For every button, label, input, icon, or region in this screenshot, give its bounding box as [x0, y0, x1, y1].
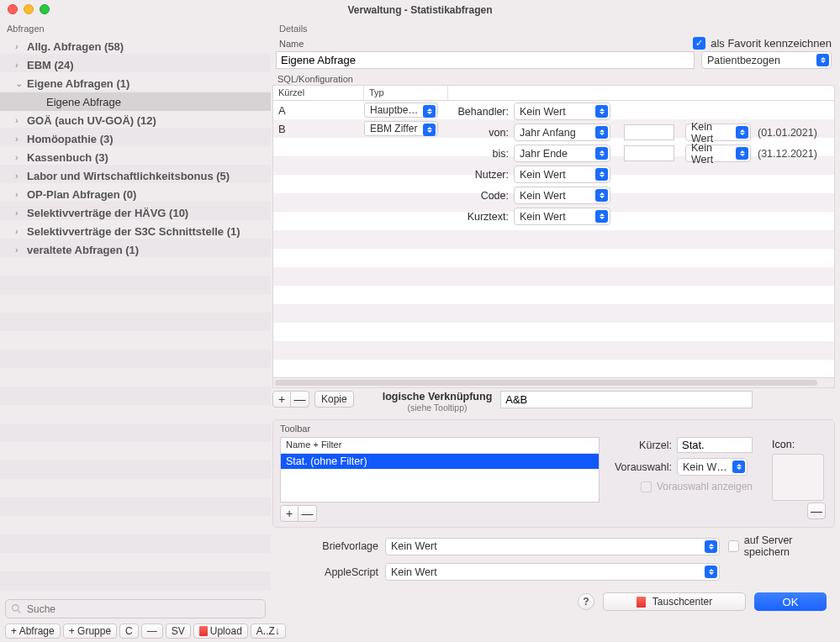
add-row-button[interactable]: + — [272, 391, 291, 408]
input-kuerzel[interactable] — [677, 437, 753, 453]
select-nutzer[interactable]: Kein Wert — [514, 166, 610, 183]
favorite-checkbox[interactable]: ✓ als Favorit kennzeichnen — [693, 37, 832, 50]
label-bis: bis: — [446, 148, 509, 160]
stepper-icon — [732, 460, 745, 473]
toolbar-remove-button[interactable]: — — [298, 505, 317, 522]
upload-button[interactable]: Upload — [193, 624, 248, 639]
cell-kuerzel: B — [273, 123, 364, 135]
chevron-right-icon: › — [15, 208, 27, 218]
input-bis-extra[interactable] — [624, 145, 674, 161]
tree-item-label: Allg. Abfragen (58) — [27, 40, 124, 53]
icon-well: Icon: — — [772, 439, 826, 501]
chevron-right-icon: › — [15, 152, 27, 162]
sv-button[interactable]: SV — [166, 624, 191, 639]
toolbar-add-button[interactable]: + — [280, 505, 298, 522]
toolbar-groupbox: Toolbar Name + Filter Stat. (ohne Filter… — [272, 419, 835, 528]
tree-item-labor[interactable]: ›Labor und Wirtschaftlichkeitsbonus (5) — [0, 166, 271, 185]
select-applescript[interactable]: Kein Wert — [385, 563, 720, 581]
search-field[interactable] — [5, 599, 266, 618]
stepper-icon — [705, 566, 717, 578]
favorite-label: als Favorit kennzeichnen — [711, 37, 832, 50]
tauschcenter-button[interactable]: Tauschcenter — [603, 592, 746, 611]
tree-item-allg[interactable]: ›Allg. Abfragen (58) — [0, 37, 271, 55]
stepper-icon — [595, 126, 608, 139]
col-kuerzel[interactable]: Kürzel — [273, 86, 364, 100]
label-kurztext: Kurztext: — [446, 211, 509, 223]
chevron-right-icon: › — [15, 115, 27, 125]
select-bis[interactable]: Jahr Ende — [514, 145, 610, 162]
tree-item-ebm[interactable]: ›EBM (24) — [0, 55, 271, 74]
col-typ[interactable]: Typ — [364, 86, 448, 100]
select-bis-right[interactable]: Kein Wert — [685, 145, 751, 162]
select-behandler[interactable]: Kein Wert — [514, 103, 610, 120]
scope-select[interactable]: Patientbezogen — [701, 51, 832, 69]
sql-table-body: A Hauptbe… B EBM Ziffer Behandler: Kein … — [272, 101, 835, 378]
select-von-right[interactable]: Kein Wert — [685, 124, 751, 141]
ok-button[interactable]: OK — [754, 592, 827, 611]
chevron-right-icon: › — [15, 134, 27, 144]
vorauswahl-show-checkbox[interactable]: Vorauswahl anzeigen — [608, 481, 753, 492]
close-icon[interactable] — [8, 4, 18, 14]
tree-item-goae[interactable]: ›GOÄ (auch UV-GOÄ) (12) — [0, 111, 271, 129]
tree-item-homoeopathie[interactable]: ›Homöopathie (3) — [0, 129, 271, 148]
tree-item-kassenbuch[interactable]: ›Kassenbuch (3) — [0, 148, 271, 166]
tree-item-opplan[interactable]: ›OP-Plan Abfragen (0) — [0, 185, 271, 203]
footer: ? Tauschcenter OK — [272, 581, 835, 616]
icon-drop-target[interactable] — [772, 454, 824, 501]
tree-item-label: Homöopathie (3) — [27, 133, 114, 145]
maximize-icon[interactable] — [40, 4, 50, 14]
checkbox-icon — [728, 540, 739, 552]
search-input[interactable] — [27, 603, 260, 615]
help-button[interactable]: ? — [578, 593, 594, 610]
select-vorauswahl[interactable]: Kein W… — [677, 458, 748, 476]
remove-button[interactable]: — — [141, 624, 163, 639]
select-code[interactable]: Kein Wert — [514, 187, 610, 204]
horizontal-scrollbar[interactable] — [272, 378, 835, 388]
tree-leaf-eigene-abfrage[interactable]: Eigene Abfrage — [0, 92, 271, 111]
typ-select[interactable]: EBM Ziffer — [364, 121, 438, 136]
add-group-button[interactable]: + Gruppe — [63, 624, 117, 639]
stepper-icon — [595, 189, 608, 202]
name-label: Name — [276, 39, 688, 49]
icon-label: Icon: — [772, 439, 826, 450]
toolbar-list[interactable]: Name + Filter Stat. (ohne Filter) — [280, 437, 600, 503]
minimize-icon[interactable] — [24, 4, 34, 14]
query-tree[interactable]: ›Allg. Abfragen (58) ›EBM (24) ⌄Eigene A… — [0, 35, 271, 596]
stepper-icon — [736, 147, 748, 160]
upload-icon — [199, 626, 208, 636]
toolbar-list-item[interactable]: Stat. (ohne Filter) — [281, 454, 599, 469]
chevron-right-icon: › — [15, 171, 27, 181]
titlebar: Verwaltung - Statistikabfragen — [0, 0, 840, 20]
tree-item-s3c[interactable]: ›Selektivverträge der S3C Schnittstelle … — [0, 222, 271, 240]
c-button[interactable]: C — [119, 624, 139, 639]
scope-value: Patientbezogen — [707, 55, 780, 66]
copy-button[interactable]: Kopie — [314, 391, 354, 408]
upload-label: Upload — [210, 625, 242, 637]
tree-item-veraltet[interactable]: ›veraltete Abfragen (1) — [0, 240, 271, 259]
tree-item-label: Kassenbuch (3) — [27, 151, 108, 164]
select-von[interactable]: Jahr Anfang — [514, 124, 610, 141]
logic-link-input[interactable] — [500, 391, 753, 408]
logic-link-label: logische Verknüpfung — [383, 391, 493, 403]
chevron-right-icon: › — [15, 245, 27, 255]
tree-item-eigene[interactable]: ⌄Eigene Abfragen (1) — [0, 74, 271, 92]
server-save-checkbox[interactable]: auf Server speichern — [728, 534, 832, 558]
label-behandler: Behandler: — [446, 106, 509, 118]
name-input[interactable] — [276, 51, 695, 69]
stepper-icon — [705, 540, 717, 553]
icon-remove-button[interactable]: — — [807, 503, 826, 519]
typ-select[interactable]: Hauptbe… — [364, 103, 438, 118]
add-query-button[interactable]: + Abfrage — [5, 624, 61, 639]
toolbar-title: Toolbar — [280, 424, 827, 437]
chevron-right-icon: › — [15, 60, 27, 70]
input-von-extra[interactable] — [624, 124, 674, 140]
tauschcenter-icon — [637, 597, 646, 608]
remove-row-button[interactable]: — — [291, 391, 309, 408]
tree-item-haevg[interactable]: ›Selektivverträge der HÄVG (10) — [0, 203, 271, 222]
von-date: (01.01.2021) — [758, 127, 817, 139]
toolbar-list-header: Name + Filter — [281, 438, 599, 454]
select-briefvorlage[interactable]: Kein Wert — [385, 538, 720, 555]
bis-date: (31.12.2021) — [758, 148, 817, 160]
select-kurztext[interactable]: Kein Wert — [514, 208, 610, 225]
svg-line-1 — [18, 610, 20, 613]
